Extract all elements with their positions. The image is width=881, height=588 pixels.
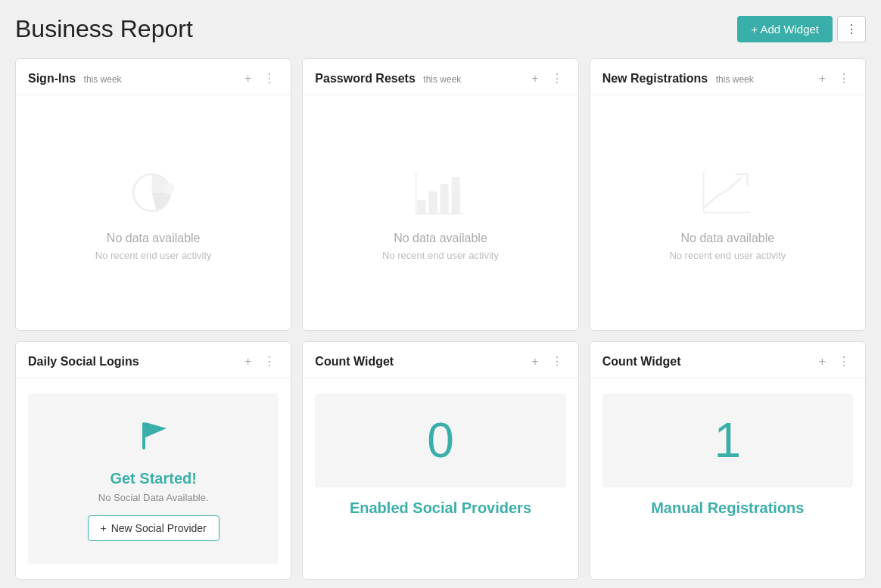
widget-new-registrations-icons: + ⋮: [816, 70, 853, 87]
svg-point-1: [163, 182, 175, 194]
plus-icon: +: [244, 355, 251, 369]
widget-new-registrations-title-group: New Registrations this week: [602, 72, 754, 86]
svg-rect-10: [142, 422, 145, 450]
count-social-providers-number: 0: [427, 416, 454, 465]
widget-new-registrations-body: No data available No recent end user act…: [590, 95, 865, 330]
get-started-sub: No Social Data Available.: [98, 492, 209, 503]
svg-rect-5: [452, 177, 460, 214]
count-manual-registrations-label: Manual Registrations: [651, 499, 804, 517]
widget-count-manual-registrations-header: Count Widget + ⋮: [590, 342, 865, 378]
svg-rect-2: [418, 200, 426, 214]
widget-count-manual-registrations-icons: + ⋮: [816, 353, 853, 370]
widget-password-resets-body: No data available No recent end user act…: [303, 95, 577, 330]
page-header: Business Report + Add Widget ⋮: [15, 15, 866, 43]
widget-count-social-providers-expand-button[interactable]: +: [528, 353, 541, 370]
widget-count-manual-registrations: Count Widget + ⋮ 1 Manual Registrations: [590, 341, 866, 580]
count-manual-registrations-number-panel: 1: [602, 394, 853, 487]
svg-rect-3: [429, 191, 437, 214]
svg-rect-4: [440, 184, 449, 213]
widget-password-resets-title: Password Resets: [315, 72, 416, 85]
widget-password-resets-subtitle: this week: [423, 74, 461, 85]
widget-new-registrations-expand-button[interactable]: +: [816, 70, 829, 87]
page-title: Business Report: [15, 15, 193, 43]
plus-icon: +: [819, 72, 826, 86]
plus-icon: +: [531, 355, 538, 369]
plus-icon: +: [531, 72, 538, 86]
widget-count-manual-registrations-expand-button[interactable]: +: [816, 353, 829, 370]
widget-new-registrations-header: New Registrations this week + ⋮: [590, 59, 865, 95]
widget-new-registrations-title: New Registrations: [602, 72, 708, 85]
widget-count-social-providers-header: Count Widget + ⋮: [303, 342, 577, 378]
widget-sign-ins-icons: + ⋮: [241, 70, 279, 87]
widget-sign-ins-subtitle: this week: [84, 74, 122, 85]
widget-sign-ins-expand-button[interactable]: +: [241, 70, 254, 87]
widget-daily-social-logins-title: Daily Social Logins: [28, 355, 139, 368]
widget-count-social-providers: Count Widget + ⋮ 0 Enabled Social Provid…: [302, 341, 578, 580]
more-icon: ⋮: [263, 354, 276, 369]
new-registrations-no-data-sub: No recent end user activity: [669, 250, 786, 261]
flag-icon: [135, 416, 173, 462]
widget-password-resets: Password Resets this week + ⋮ N: [302, 58, 578, 331]
widget-new-registrations-subtitle: this week: [716, 74, 754, 85]
more-icon: ⋮: [551, 354, 563, 369]
widget-password-resets-title-group: Password Resets this week: [315, 72, 461, 86]
widget-daily-social-logins-title-group: Daily Social Logins: [28, 355, 139, 369]
get-started-title: Get Started!: [110, 470, 196, 487]
password-resets-no-data-sub: No recent end user activity: [382, 250, 499, 261]
widget-count-social-providers-icons: + ⋮: [528, 353, 565, 370]
more-icon: ⋮: [838, 71, 850, 86]
sign-ins-no-data-sub: No recent end user activity: [95, 250, 212, 261]
widget-sign-ins-body: No data available No recent end user act…: [16, 95, 291, 330]
widget-count-social-providers-title-group: Count Widget: [315, 355, 394, 369]
widget-count-social-providers-title: Count Widget: [315, 355, 394, 368]
count-social-providers-number-panel: 0: [315, 394, 565, 487]
widget-password-resets-expand-button[interactable]: +: [528, 70, 541, 87]
header-more-icon: ⋮: [845, 23, 858, 36]
widget-daily-social-logins-more-button[interactable]: ⋮: [260, 353, 279, 370]
widgets-grid: Sign-Ins this week + ⋮ No data available…: [15, 58, 866, 580]
more-icon: ⋮: [838, 354, 850, 369]
widget-count-social-providers-more-button[interactable]: ⋮: [548, 353, 566, 370]
count-manual-registrations-number: 1: [714, 416, 742, 465]
header-actions: + Add Widget ⋮: [737, 16, 866, 42]
plus-icon: +: [819, 355, 826, 369]
get-started-panel: Get Started! No Social Data Available. +…: [28, 394, 279, 564]
widget-count-manual-registrations-title-group: Count Widget: [602, 355, 681, 369]
more-icon: ⋮: [551, 71, 563, 86]
sign-ins-no-data-title: No data available: [107, 232, 201, 245]
widget-sign-ins-more-button[interactable]: ⋮: [260, 70, 279, 87]
widget-daily-social-logins: Daily Social Logins + ⋮ Get Star: [15, 341, 291, 580]
add-widget-button[interactable]: + Add Widget: [737, 16, 833, 42]
widget-sign-ins-title: Sign-Ins: [28, 72, 76, 85]
widget-sign-ins-title-group: Sign-Ins this week: [28, 72, 122, 86]
new-social-label: New Social Provider: [111, 522, 207, 534]
new-registrations-no-data-title: No data available: [681, 232, 775, 245]
widget-daily-social-logins-header: Daily Social Logins + ⋮: [16, 342, 291, 378]
more-icon: ⋮: [263, 71, 276, 86]
widget-sign-ins: Sign-Ins this week + ⋮ No data available…: [15, 58, 291, 331]
new-social-provider-button[interactable]: + New Social Provider: [88, 515, 219, 541]
widget-daily-social-logins-icons: + ⋮: [241, 353, 279, 370]
widget-sign-ins-header: Sign-Ins this week + ⋮: [16, 59, 291, 95]
widget-password-resets-header: Password Resets this week + ⋮: [303, 59, 577, 95]
widget-daily-social-logins-expand-button[interactable]: +: [241, 353, 254, 370]
widget-count-manual-registrations-body: 1 Manual Registrations: [590, 378, 865, 552]
header-more-button[interactable]: ⋮: [837, 16, 866, 42]
widget-new-registrations-more-button[interactable]: ⋮: [835, 70, 853, 87]
widget-password-resets-icons: + ⋮: [528, 70, 565, 87]
widget-new-registrations: New Registrations this week + ⋮ No data …: [590, 58, 866, 331]
trend-chart-icon: [699, 164, 756, 221]
pie-chart-icon: [125, 164, 182, 221]
widget-password-resets-more-button[interactable]: ⋮: [548, 70, 566, 87]
count-social-providers-label: Enabled Social Providers: [350, 499, 531, 517]
bar-chart-icon: [412, 164, 469, 221]
add-widget-label: + Add Widget: [751, 23, 819, 36]
plus-icon: +: [244, 72, 251, 86]
password-resets-no-data-title: No data available: [394, 232, 487, 245]
new-social-plus-icon: +: [101, 522, 107, 534]
widget-count-manual-registrations-more-button[interactable]: ⋮: [835, 353, 853, 370]
widget-count-social-providers-body: 0 Enabled Social Providers: [303, 378, 577, 552]
widget-count-manual-registrations-title: Count Widget: [602, 355, 681, 368]
widget-daily-social-logins-body: Get Started! No Social Data Available. +…: [16, 378, 291, 579]
